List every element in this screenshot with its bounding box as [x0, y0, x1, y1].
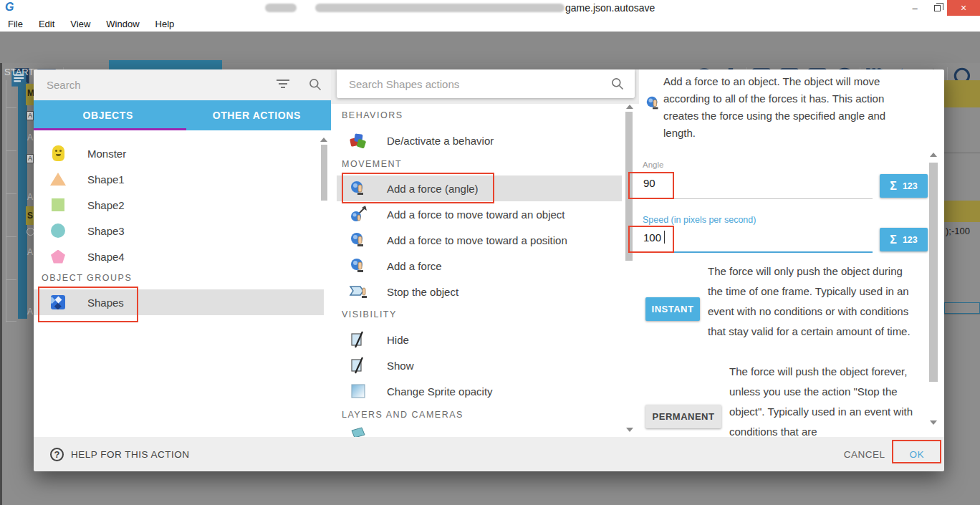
- sigma-icon: Σ: [890, 234, 897, 246]
- angle-expression-button[interactable]: Σ 123: [880, 174, 928, 198]
- object-group-icon: [50, 294, 66, 311]
- action-row-add-force-angle[interactable]: Add a force (angle): [337, 175, 622, 201]
- event-connector: [6, 279, 16, 280]
- text-caret: [664, 231, 665, 244]
- selected-action-outline: [944, 302, 980, 314]
- action-parameters-panel: Add a force to an object. The object wil…: [639, 69, 944, 437]
- action-text-fragment: A: [27, 133, 33, 143]
- action-row-deactivate-behavior[interactable]: De/activate a behavior: [337, 128, 622, 153]
- restore-button[interactable]: [927, 0, 947, 16]
- object-row-shape3[interactable]: Shape3: [34, 218, 324, 244]
- menu-help[interactable]: Help: [148, 19, 183, 29]
- action-row-stop-object[interactable]: Stop the object: [337, 279, 622, 304]
- event-row-highlighted: [944, 201, 980, 222]
- circle-icon: [50, 222, 66, 239]
- numbers-icon: 123: [903, 235, 918, 245]
- object-row-shape4[interactable]: Shape4: [34, 244, 324, 269]
- instant-description: The force will only push the object duri…: [708, 261, 920, 342]
- scroll-up-arrow[interactable]: [320, 138, 327, 142]
- object-row-shape1[interactable]: Shape1: [34, 166, 324, 192]
- object-row-shape2[interactable]: Shape2: [34, 192, 324, 218]
- event-connector: [6, 150, 16, 151]
- scene-tab-sliver: [109, 60, 222, 69]
- tab-other-actions[interactable]: OTHER ACTIONS: [183, 100, 332, 130]
- event-row-highlighted: S: [26, 206, 34, 225]
- action-label: Add a force: [387, 260, 442, 272]
- scroll-down-arrow[interactable]: [930, 420, 937, 425]
- scroll-up-arrow[interactable]: [930, 153, 937, 157]
- speed-input[interactable]: [643, 229, 858, 246]
- dialog-footer: ? HELP FOR THIS ACTION CANCEL OK: [34, 437, 944, 471]
- blurred-title-segment: [265, 4, 297, 12]
- action-text-fragment: A: [27, 307, 33, 317]
- filter-icon[interactable]: [277, 80, 289, 90]
- section-visibility: VISIBILITY: [342, 309, 397, 319]
- event-divider: [944, 153, 980, 153]
- angle-field-underline: [643, 198, 873, 199]
- monster-icon: [50, 145, 66, 162]
- object-label: Shape1: [87, 173, 125, 186]
- action-search-input[interactable]: [337, 69, 602, 98]
- object-label: Monster: [87, 148, 126, 160]
- events-panel-edge: [0, 63, 2, 505]
- event-connector: [6, 321, 16, 322]
- action-label: Show: [387, 360, 414, 372]
- search-icon[interactable]: [308, 77, 322, 92]
- object-row-shapes-group[interactable]: Shapes: [34, 289, 324, 315]
- titlebar: G game.json.autosave – ×: [0, 0, 980, 16]
- help-icon: ?: [50, 448, 64, 461]
- action-editor-dialog: OBJECTS OTHER ACTIONS Monster Shape1 Sha…: [34, 69, 944, 471]
- speed-field-underline: [643, 251, 873, 253]
- scrollbar-thumb[interactable]: [929, 163, 938, 382]
- section-layers-cameras: LAYERS AND CAMERAS: [342, 410, 463, 420]
- tab-objects[interactable]: OBJECTS: [34, 100, 183, 130]
- event-row-highlighted: [944, 80, 980, 107]
- help-link[interactable]: ? HELP FOR THIS ACTION: [50, 448, 190, 461]
- event-connector: [6, 236, 16, 237]
- window-title: game.json.autosave: [565, 2, 655, 14]
- scroll-up-arrow[interactable]: [626, 105, 633, 109]
- menu-view[interactable]: View: [62, 19, 98, 29]
- action-text-fragment: A: [27, 192, 33, 202]
- action-row-force-toward-object[interactable]: Add a force to move toward an object: [337, 201, 622, 227]
- object-label: Shape2: [87, 199, 125, 211]
- numbers-icon: 123: [903, 181, 918, 191]
- menu-file[interactable]: File: [0, 19, 31, 29]
- permanent-button[interactable]: PERMANENT: [645, 405, 721, 428]
- action-row-hide[interactable]: Hide: [337, 327, 622, 352]
- hide-icon: [348, 330, 368, 350]
- object-row-monster[interactable]: Monster: [34, 140, 324, 166]
- cancel-button[interactable]: CANCEL: [844, 449, 885, 460]
- force-icon: [645, 95, 662, 112]
- action-search-bar: [337, 69, 635, 98]
- menu-edit[interactable]: Edit: [31, 19, 62, 29]
- action-label: Hide: [387, 334, 409, 346]
- menu-window[interactable]: Window: [98, 19, 147, 29]
- force-toward-object-icon: [348, 204, 368, 224]
- close-button[interactable]: ×: [947, 0, 980, 16]
- force-icon: [348, 230, 368, 250]
- instant-button[interactable]: INSTANT: [645, 297, 700, 321]
- action-row-force-toward-position[interactable]: Add a force to move toward a position: [337, 227, 622, 253]
- menubar: File Edit View Window Help: [0, 16, 980, 32]
- object-selector-panel: OBJECTS OTHER ACTIONS Monster Shape1 Sha…: [34, 69, 331, 437]
- action-label: Add a force (angle): [387, 183, 479, 195]
- action-row-change-opacity[interactable]: Change Sprite opacity: [337, 378, 622, 404]
- scrollbar-thumb[interactable]: [321, 145, 327, 201]
- ok-button[interactable]: OK: [909, 449, 924, 460]
- show-icon: [348, 355, 368, 375]
- action-row-show[interactable]: Show: [337, 352, 622, 378]
- search-icon[interactable]: [610, 77, 625, 91]
- minimize-button[interactable]: –: [904, 0, 926, 16]
- angle-input[interactable]: [643, 174, 858, 191]
- speed-expression-button[interactable]: Σ 123: [880, 228, 928, 251]
- scrollbar-thumb[interactable]: [625, 112, 633, 261]
- event-connector: [6, 193, 16, 194]
- scroll-down-arrow[interactable]: [626, 428, 633, 432]
- triangle-icon: [50, 170, 66, 188]
- event-row-highlighted: M: [26, 84, 34, 105]
- action-row-add-force[interactable]: Add a force: [337, 253, 622, 279]
- event-connector: [6, 107, 16, 108]
- action-row-partial[interactable]: [337, 425, 622, 437]
- sigma-icon: Σ: [890, 180, 897, 193]
